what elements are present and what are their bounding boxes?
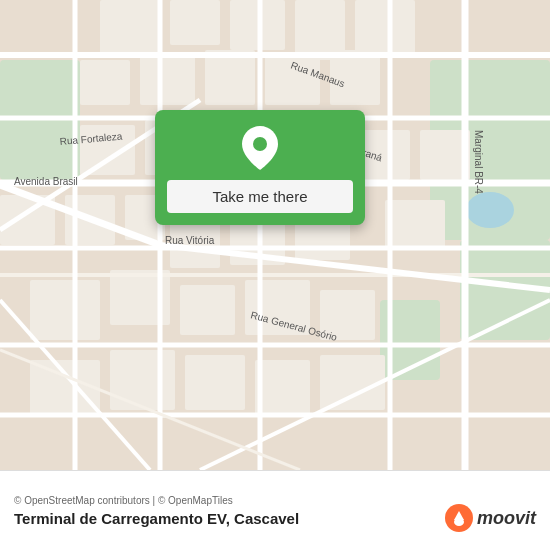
svg-text:Marginal BR-4: Marginal BR-4 xyxy=(473,130,484,194)
moovit-text: moovit xyxy=(477,508,536,529)
svg-marker-66 xyxy=(454,511,464,520)
moovit-symbol xyxy=(450,509,468,527)
moovit-logo: moovit xyxy=(445,504,536,532)
svg-text:Rua Vitória: Rua Vitória xyxy=(165,235,215,246)
svg-rect-10 xyxy=(355,0,415,55)
svg-text:Avenida Brasil: Avenida Brasil xyxy=(14,176,78,187)
map-container: Rua Fortaleza Avenida Brasil Rua Manaus … xyxy=(0,0,550,470)
svg-rect-23 xyxy=(205,50,255,105)
svg-rect-36 xyxy=(185,355,245,410)
svg-rect-35 xyxy=(110,350,175,410)
moovit-icon xyxy=(445,504,473,532)
svg-rect-18 xyxy=(180,285,235,335)
svg-rect-7 xyxy=(170,0,220,45)
location-pin-icon xyxy=(242,126,278,170)
svg-point-5 xyxy=(466,192,514,228)
svg-rect-22 xyxy=(140,55,195,105)
svg-rect-30 xyxy=(385,200,445,250)
bottom-bar: © OpenStreetMap contributors | © OpenMap… xyxy=(0,470,550,550)
svg-rect-21 xyxy=(80,60,130,105)
svg-rect-37 xyxy=(255,360,310,415)
popup-card: Take me there xyxy=(155,110,365,225)
map-svg: Rua Fortaleza Avenida Brasil Rua Manaus … xyxy=(0,0,550,470)
svg-rect-38 xyxy=(320,355,385,410)
svg-rect-6 xyxy=(100,0,160,55)
svg-rect-16 xyxy=(30,280,100,340)
take-me-there-button[interactable]: Take me there xyxy=(167,180,353,213)
svg-rect-34 xyxy=(30,360,100,415)
svg-point-64 xyxy=(253,137,267,151)
